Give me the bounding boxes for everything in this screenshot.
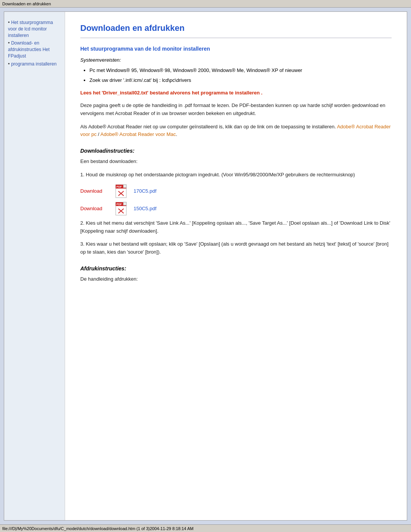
pdf-icon-2: PDF: [115, 202, 129, 216]
main-frame: Het stuurprogramma voor de lcd monitor i…: [4, 11, 407, 521]
pdf-icon-1: PDF: [115, 184, 129, 198]
sidebar-item-1[interactable]: Het stuurprogramma voor de lcd monitor i…: [8, 19, 61, 38]
download-link-1[interactable]: Download: [80, 188, 111, 194]
svg-rect-11: [123, 202, 126, 205]
section-heading: Het stuurprogramma van de lcd monitor in…: [80, 46, 392, 52]
title-bar: Downloaden en afdrukken: [0, 0, 411, 8]
page-title: Downloaden en afdrukken: [80, 23, 392, 33]
status-bar-text: file:///D|/My%20Documents/dfu/C_model/du…: [2, 526, 193, 531]
sidebar-link-1[interactable]: Het stuurprogramma voor de lcd monitor i…: [8, 20, 53, 38]
download-instructions-heading: Downloadinstructies:: [80, 148, 392, 154]
acrobat-link-mac[interactable]: Adobe® Acrobat Reader voor Mac: [100, 131, 176, 137]
desc-paragraph-1: Deze pagina geeft u de optie de handleid…: [80, 102, 392, 118]
acrobat-intro-text: Als Adobe® Acrobat Reader niet op uw com…: [80, 124, 336, 129]
sidebar-item-3[interactable]: programma installeren: [8, 61, 61, 67]
divider: [80, 38, 392, 38]
sidebar-item-2[interactable]: Download- en afdrukinstructies Het FPadj…: [8, 40, 61, 59]
sidebar: Het stuurprogramma voor de lcd monitor i…: [4, 12, 65, 520]
download-row-2: Download PDF 150C5.pdf: [80, 202, 392, 216]
title-bar-text: Downloaden en afdrukken: [2, 2, 51, 6]
svg-text:PDF: PDF: [116, 203, 122, 206]
warning-text: Lees het 'Driver_install02.txt' bestand …: [80, 90, 392, 96]
step-3: 3. Kies waar u het bestand wilt opslaan;…: [80, 240, 392, 256]
link-end: .: [176, 131, 177, 137]
print-intro: De handleiding afdrukken:: [80, 275, 392, 283]
step-1: 1. Houd de muisknop op het onderstaande …: [80, 171, 392, 179]
requirement-1: Pc met Windows® 95, Windows® 98, Windows…: [89, 67, 392, 74]
download-section: Downloadinstructies: Een bestand downloa…: [80, 148, 392, 256]
download-link-2[interactable]: Download: [80, 206, 111, 211]
sidebar-link-2[interactable]: Download- en afdrukinstructies Het FPadj…: [8, 40, 49, 59]
print-instructions-heading: Afdrukinstructies:: [80, 265, 392, 272]
download-intro: Een bestand downloaden:: [80, 158, 392, 166]
main-content: Downloaden en afdrukken Het stuurprogram…: [65, 12, 407, 520]
status-bar: file:///D|/My%20Documents/dfu/C_model/du…: [0, 524, 411, 532]
browser-content: Het stuurprogramma voor de lcd monitor i…: [0, 8, 411, 524]
desc-paragraph-2: Als Adobe® Acrobat Reader niet op uw com…: [80, 123, 392, 139]
print-section: Afdrukinstructies: De handleiding afdruk…: [80, 265, 392, 283]
pdf-filename-2[interactable]: 150C5.pdf: [134, 206, 156, 211]
step-2: 2. Kies uit het menu dat verschijnt 'Sav…: [80, 219, 392, 235]
svg-rect-4: [123, 185, 126, 188]
download-row-1: Download PDF 170C5.pdf: [80, 184, 392, 198]
pdf-filename-1[interactable]: 170C5.pdf: [134, 188, 156, 194]
link-separator: /: [97, 131, 100, 137]
requirements-list: Pc met Windows® 95, Windows® 98, Windows…: [89, 67, 392, 84]
svg-text:PDF: PDF: [116, 185, 122, 188]
system-requirements-label: Systeemvereisten:: [80, 57, 392, 63]
sidebar-link-3[interactable]: programma installeren: [11, 61, 56, 67]
requirement-2: Zoek uw driver '.inf/.icm/.cat' bij : lc…: [89, 77, 392, 84]
sidebar-nav: Het stuurprogramma voor de lcd monitor i…: [8, 19, 61, 67]
